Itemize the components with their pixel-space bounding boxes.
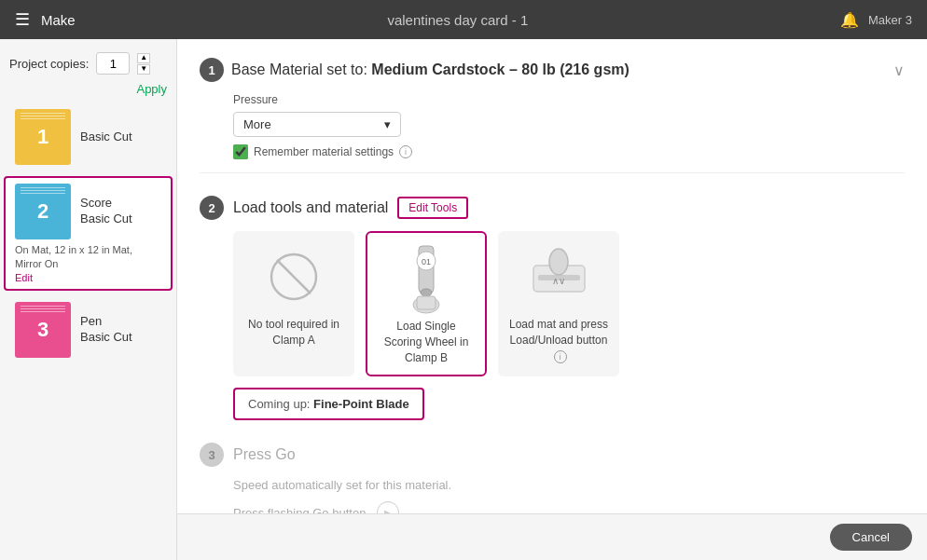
remember-row: Remember material settings i	[233, 144, 905, 159]
section1-title-prefix: Base Material set to:	[231, 61, 371, 77]
remember-checkbox[interactable]	[233, 144, 248, 159]
tool-card-clamp-a: No tool required in Clamp A	[233, 231, 354, 376]
apply-button[interactable]: Apply	[0, 82, 176, 96]
topbar: ☰ Make valentines day card - 1 🔔 Maker 3	[0, 0, 927, 39]
section-load-tools: 2 Load tools and material Edit Tools No …	[200, 196, 905, 420]
svg-point-10	[549, 249, 568, 275]
section3-header: 3 Press Go	[200, 443, 905, 467]
tool-cards-row: No tool required in Clamp A 01	[233, 231, 905, 376]
cancel-button[interactable]: Cancel	[830, 524, 912, 551]
mat-item-1[interactable]: 1 Basic Cut	[4, 102, 173, 172]
maker-label: Maker 3	[868, 13, 912, 27]
section3-num: 3	[200, 443, 224, 467]
mat-label-3: PenBasic Cut	[80, 314, 132, 346]
section2-title: Load tools and material	[233, 199, 388, 216]
mat-label-1: Basic Cut	[80, 130, 132, 145]
app-name: Make	[41, 12, 76, 28]
svg-line-1	[277, 260, 311, 294]
tool-card-label-clamp-a: No tool required in Clamp A	[242, 317, 345, 348]
info-icon-load-mat[interactable]: i	[554, 350, 567, 363]
project-copies-row: Project copies: ▲ ▼	[0, 48, 176, 82]
section1-header: 1 Base Material set to: Medium Cardstock…	[200, 58, 905, 82]
mat-thumb-1: 1	[15, 109, 71, 165]
main-layout: Project copies: ▲ ▼ Apply 1 Basic Cut	[0, 39, 927, 560]
section1-chevron[interactable]: ∨	[893, 61, 905, 79]
bell-icon[interactable]: 🔔	[840, 11, 859, 29]
coming-up-banner: Coming up: Fine-Point Blade	[233, 388, 424, 420]
menu-icon[interactable]: ☰	[15, 9, 30, 30]
project-copies-label: Project copies:	[9, 57, 89, 71]
svg-point-3	[421, 289, 432, 296]
section3-title: Press Go	[233, 446, 296, 463]
pressure-chevron-icon: ▾	[384, 117, 391, 131]
tool-card-label-clamp-b: Load Single Scoring Wheel in Clamp B	[377, 319, 476, 365]
sidebar: Project copies: ▲ ▼ Apply 1 Basic Cut	[0, 39, 177, 560]
section-press-go: 3 Press Go Speed automatically set for t…	[200, 443, 905, 524]
coming-up-value: Fine-Point Blade	[313, 397, 409, 411]
topbar-right: 🔔 Maker 3	[840, 11, 912, 29]
pressure-select[interactable]: More ▾	[233, 112, 401, 137]
mat-item-3[interactable]: 3 PenBasic Cut	[4, 294, 173, 365]
pressure-value: More	[243, 117, 271, 131]
no-tool-icon	[261, 244, 326, 309]
coming-up-label: Coming up:	[248, 397, 313, 411]
info-icon-remember[interactable]: i	[399, 145, 412, 158]
pressure-section: Pressure More ▾ Remember material settin…	[233, 93, 905, 159]
section3-subtitle: Speed automatically set for this materia…	[233, 478, 905, 492]
section2-num: 2	[200, 196, 224, 220]
bottom-bar: Cancel	[177, 513, 927, 560]
edit-tools-button[interactable]: Edit Tools	[397, 197, 468, 219]
pressure-label: Pressure	[233, 93, 905, 106]
mat-thumb-2: 2	[15, 184, 71, 239]
copies-up-button[interactable]: ▲	[137, 53, 150, 63]
copies-down-button[interactable]: ▼	[137, 64, 150, 75]
page-title: valentines day card - 1	[76, 12, 840, 28]
mat-label-2: ScoreBasic Cut	[80, 196, 132, 227]
section2-header: 2 Load tools and material Edit Tools	[200, 196, 905, 220]
svg-text:∧∨: ∧∨	[552, 276, 565, 286]
svg-rect-7	[417, 296, 436, 309]
tool-card-label-load-mat: Load mat and press Load/Unload button i	[507, 317, 610, 363]
section-base-material: 1 Base Material set to: Medium Cardstock…	[200, 58, 905, 173]
mat-edit-button-2[interactable]: Edit	[15, 272, 161, 283]
section1-material: Medium Cardstock – 80 lb (216 gsm)	[371, 61, 630, 77]
load-mat-icon: ∧∨	[526, 244, 591, 309]
mat-sub-2: On Mat, 12 in x 12 in Mat, Mirror On	[15, 243, 161, 272]
content-area: 1 Base Material set to: Medium Cardstock…	[177, 39, 927, 560]
tool-card-load-mat: ∧∨ Load mat and press Load/Unload button…	[498, 231, 619, 376]
mat-thumb-3: 3	[15, 302, 71, 358]
copies-spinners: ▲ ▼	[137, 53, 150, 75]
project-copies-input[interactable]	[96, 52, 130, 75]
svg-text:01: 01	[422, 257, 431, 266]
section1-title: Base Material set to: Medium Cardstock –…	[231, 61, 630, 78]
mat-item-2[interactable]: 2 ScoreBasic Cut On Mat, 12 in x 12 in M…	[4, 176, 173, 291]
remember-text: Remember material settings	[254, 145, 394, 158]
section1-num: 1	[200, 58, 224, 82]
tool-card-clamp-b: 01 Load Single Scoring Wheel in Clamp B	[366, 231, 487, 376]
scoring-wheel-icon: 01	[394, 246, 459, 311]
